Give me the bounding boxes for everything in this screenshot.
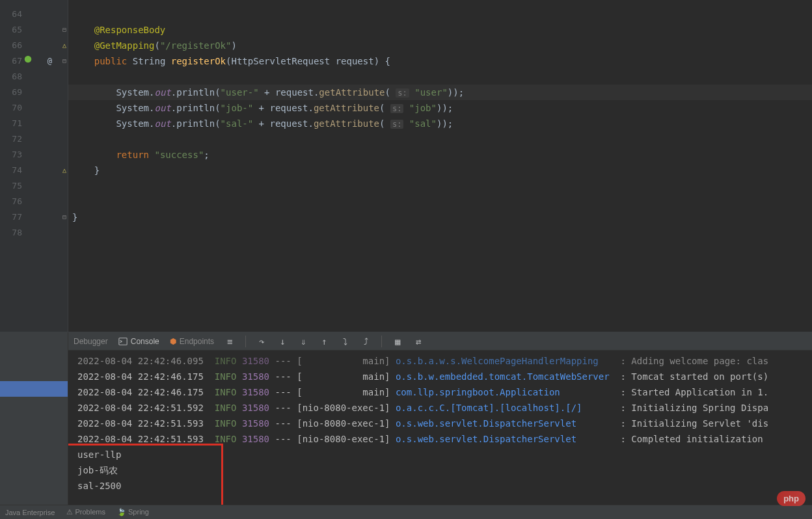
run-to-cursor-icon[interactable]: ⤵ xyxy=(340,336,350,347)
tab-endpoints[interactable]: ⬢ Endpoints xyxy=(170,337,214,346)
stdout-line: user-llp xyxy=(77,447,812,462)
console-icon xyxy=(118,337,128,346)
fold-end-icon[interactable]: ⊟ xyxy=(62,209,66,225)
annotation: @GetMapping xyxy=(94,40,155,51)
svg-rect-1 xyxy=(119,338,127,345)
log-line: 2022-08-04 22:42:51.592 INFO 31580 --- [… xyxy=(77,400,812,416)
step-out-icon[interactable]: ↑ xyxy=(319,336,329,347)
log-line: 2022-08-04 22:42:46.095 INFO 31580 --- [… xyxy=(77,353,812,369)
annotation: @ResponseBody xyxy=(94,25,166,35)
line-number: 67 @ ⊟ xyxy=(0,53,68,69)
watermark-badge: php xyxy=(777,491,805,506)
line-number: 75 xyxy=(0,178,68,194)
param-hint: s: xyxy=(396,88,409,98)
force-step-into-icon[interactable]: ⇓ xyxy=(298,336,308,347)
debug-panel: Debugger Console ⬢ Endpoints ≡ ↷ ↓ ⇓ ↑ ⤵… xyxy=(0,332,812,519)
line-number: 69 xyxy=(0,85,68,100)
sidebar-selection[interactable] xyxy=(0,381,68,397)
fold-end-icon[interactable]: △ xyxy=(62,163,66,178)
keyword-public: public xyxy=(94,56,128,66)
stdout-line: sal-2500 xyxy=(77,478,812,494)
line-number: 78 xyxy=(0,225,68,241)
param-hint: s: xyxy=(390,104,403,113)
line-number: 65⊟ xyxy=(0,22,68,38)
console-output[interactable]: 2022-08-04 22:42:46.095 INFO 31580 --- [… xyxy=(68,351,812,519)
log-line: 2022-08-04 22:42:46.175 INFO 31580 --- [… xyxy=(77,384,812,400)
line-number: 71 xyxy=(0,116,68,131)
fold-icon[interactable]: ⊟ xyxy=(62,53,66,69)
log-line: 2022-08-04 22:42:51.593 INFO 31580 --- [… xyxy=(77,416,812,431)
line-number: 74△ xyxy=(0,163,68,178)
trace-icon[interactable]: ⇄ xyxy=(413,336,424,347)
svg-point-0 xyxy=(25,56,32,63)
line-number: 70 xyxy=(0,100,68,116)
step-into-icon[interactable]: ↓ xyxy=(277,336,288,347)
spring-bean-icon[interactable] xyxy=(23,53,33,69)
tab-debugger[interactable]: Debugger xyxy=(74,337,108,346)
status-spring[interactable]: 🍃 Spring xyxy=(117,508,149,516)
method-name: registerOk xyxy=(171,56,226,66)
line-number: 66△ xyxy=(0,38,68,53)
endpoints-icon: ⬢ xyxy=(170,337,176,346)
log-line: 2022-08-04 22:42:51.593 INFO 31580 --- [… xyxy=(77,431,812,447)
menu-icon[interactable]: ≡ xyxy=(224,336,235,347)
code-area[interactable]: @ResponseBody @GetMapping("/registerOk")… xyxy=(68,0,812,332)
keyword-return: return xyxy=(116,150,149,160)
param-hint: s: xyxy=(390,120,403,129)
fold-icon[interactable]: ⊟ xyxy=(62,22,66,38)
editor-area: 64 65⊟ 66△ 67 @ ⊟ 68 69 70 71 72 73 74△ … xyxy=(0,0,812,332)
debug-sidebar xyxy=(0,332,68,519)
bookmark-icon[interactable]: △ xyxy=(62,38,66,53)
debug-toolbar: Debugger Console ⬢ Endpoints ≡ ↷ ↓ ⇓ ↑ ⤵… xyxy=(68,332,812,351)
drop-frame-icon[interactable]: ⤴ xyxy=(360,336,371,347)
line-number: 64 xyxy=(0,7,68,22)
line-number: 77⊟ xyxy=(0,209,68,225)
line-number: 72 xyxy=(0,131,68,147)
stdout-line: job-码农 xyxy=(77,462,812,478)
status-java-enterprise[interactable]: Java Enterprise xyxy=(5,509,55,516)
line-number: 76 xyxy=(0,194,68,209)
override-icon[interactable]: @ xyxy=(47,53,52,69)
status-bar: Java Enterprise ⚠ Problems 🍃 Spring xyxy=(0,505,812,519)
line-number: 73 xyxy=(0,147,68,163)
step-over-icon[interactable]: ↷ xyxy=(256,336,267,347)
current-line: System.out.println("user-" + request.get… xyxy=(68,85,812,100)
tab-console[interactable]: Console xyxy=(118,337,159,346)
line-number: 68 xyxy=(0,69,68,85)
separator xyxy=(381,336,382,347)
log-line: 2022-08-04 22:42:46.175 INFO 31580 --- [… xyxy=(77,369,812,384)
editor-gutter: 64 65⊟ 66△ 67 @ ⊟ 68 69 70 71 72 73 74△ … xyxy=(0,0,68,332)
evaluate-icon[interactable]: ▦ xyxy=(392,336,403,347)
separator xyxy=(245,336,246,347)
status-problems[interactable]: ⚠ Problems xyxy=(66,508,105,516)
